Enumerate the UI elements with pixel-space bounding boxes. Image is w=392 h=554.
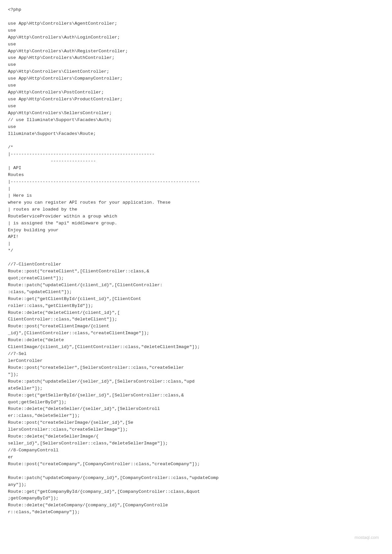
code-content: <?php use App\Http\Controllers\AgentCont… bbox=[8, 7, 384, 516]
watermark: mostaql.com bbox=[354, 534, 379, 541]
